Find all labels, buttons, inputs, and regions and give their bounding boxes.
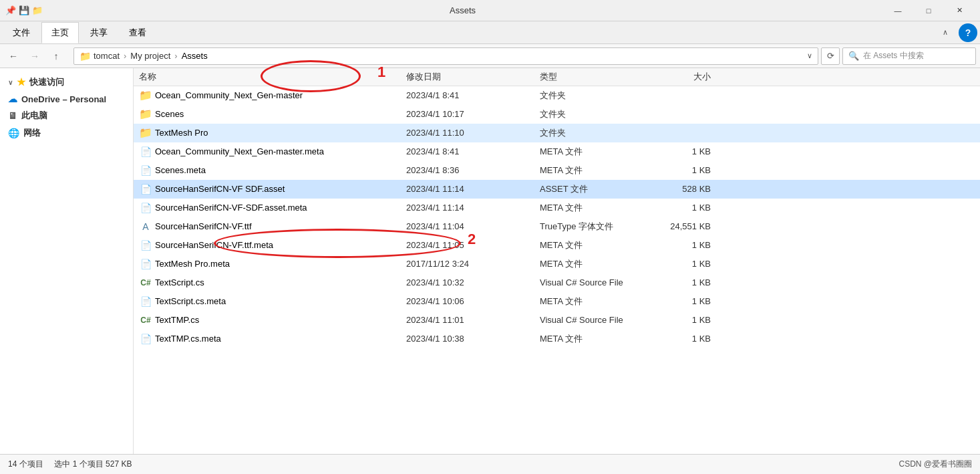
file-name-cell: 📁 Ocean_Community_Next_Gen-master xyxy=(134,89,401,102)
file-date-cell: 2023/4/1 8:41 xyxy=(401,146,534,156)
sidebar: ∨ ★ 快速访问 ☁ OneDrive – Personal 🖥 此电脑 🌐 网… xyxy=(0,68,134,454)
address-dropdown-arrow[interactable]: ∨ xyxy=(807,51,812,60)
tab-view[interactable]: 查看 xyxy=(119,22,156,43)
table-row[interactable]: 📁 TextMesh Pro 2023/4/1 11:10 文件夹 xyxy=(134,124,980,142)
window-container: 📌 💾 📁 Assets — □ ✕ 文件 主页 共享 查看 ∧ ? ← → ↑… xyxy=(0,0,980,474)
file-type-cell: META 文件 xyxy=(534,202,655,214)
table-row[interactable]: 📄 SourceHanSerifCN-VF.ttf.meta 2023/4/1 … xyxy=(134,236,980,255)
table-row[interactable]: 📁 Ocean_Community_Next_Gen-master 2023/4… xyxy=(134,86,980,105)
ribbon-collapse-button[interactable]: ∧ xyxy=(936,23,955,42)
file-name: SourceHanSerifCN-VF-SDF.asset.meta xyxy=(155,203,307,213)
back-button[interactable]: ← xyxy=(4,47,23,66)
file-name: TextScript.cs.meta xyxy=(155,296,226,306)
file-date-cell: 2023/4/1 11:14 xyxy=(401,184,534,194)
minimize-button[interactable]: — xyxy=(882,0,913,21)
maximize-button[interactable]: □ xyxy=(913,0,944,21)
address-part-assets[interactable]: Assets xyxy=(182,51,208,61)
file-date-cell: 2023/4/1 8:36 xyxy=(401,165,534,175)
address-part-tomcat[interactable]: tomcat xyxy=(94,51,120,61)
file-icon: 📄 xyxy=(139,164,152,177)
selected-info: 选中 1 个项目 527 KB xyxy=(54,459,132,469)
table-row[interactable]: 📄 SourceHanSerifCN-VF-SDF.asset.meta 202… xyxy=(134,199,980,217)
col-header-size[interactable]: 大小 xyxy=(655,71,721,83)
col-header-type[interactable]: 类型 xyxy=(534,71,655,83)
this-pc-label: 此电脑 xyxy=(21,110,47,122)
sidebar-item-network[interactable]: 🌐 网络 xyxy=(0,124,133,142)
file-size-cell: 1 KB xyxy=(655,296,721,306)
address-field[interactable]: 📁 tomcat › My project › Assets ∨ xyxy=(73,47,818,65)
file-name: SourceHanSerifCN-VF SDF.asset xyxy=(155,184,285,194)
search-icon: 🔍 xyxy=(848,51,859,61)
onedrive-label: OneDrive – Personal xyxy=(21,94,106,104)
font-icon: A xyxy=(139,220,152,233)
tab-file[interactable]: 文件 xyxy=(3,22,40,43)
file-type-cell: META 文件 xyxy=(534,333,655,345)
folder-icon: 📁 xyxy=(139,89,152,102)
folder-icon: 📁 xyxy=(139,108,152,121)
file-type-cell: META 文件 xyxy=(534,164,655,176)
table-row[interactable]: 📄 Scenes.meta 2023/4/1 8:36 META 文件 1 KB xyxy=(134,161,980,180)
file-area: 名称 修改日期 类型 大小 📁 Ocean_Community_Next_Gen… xyxy=(134,68,980,454)
tab-home[interactable]: 主页 xyxy=(41,22,79,43)
file-date-cell: 2023/4/1 10:38 xyxy=(401,334,534,344)
table-row[interactable]: 📄 TextTMP.cs.meta 2023/4/1 10:38 META 文件… xyxy=(134,330,980,348)
file-name-cell: 📄 TextTMP.cs.meta xyxy=(134,332,401,346)
file-icon: 📄 xyxy=(139,145,152,158)
file-name-cell: C# TextScript.cs xyxy=(134,276,401,289)
file-type-cell: META 文件 xyxy=(534,239,655,251)
network-icon: 🌐 xyxy=(8,128,19,138)
table-row[interactable]: A SourceHanSerifCN-VF.ttf 2023/4/1 11:04… xyxy=(134,217,980,236)
refresh-button[interactable]: ⟳ xyxy=(821,47,840,65)
window-title: Assets xyxy=(43,5,882,15)
cloud-icon: ☁ xyxy=(8,94,17,104)
col-header-date[interactable]: 修改日期 xyxy=(401,71,534,83)
file-name-cell: 📄 Scenes.meta xyxy=(134,164,401,177)
chevron-quick-access: ∨ xyxy=(8,79,13,86)
pc-icon: 🖥 xyxy=(8,110,17,121)
sidebar-item-this-pc[interactable]: 🖥 此电脑 xyxy=(0,107,133,124)
table-row[interactable]: C# TextTMP.cs 2023/4/1 11:01 Visual C# S… xyxy=(134,311,980,330)
table-row[interactable]: 📁 Scenes 2023/4/1 10:17 文件夹 xyxy=(134,105,980,124)
pin-icon: 📌 xyxy=(5,5,16,16)
search-field[interactable]: 🔍 在 Assets 中搜索 xyxy=(842,47,976,65)
sidebar-item-onedrive[interactable]: ☁ OneDrive – Personal xyxy=(0,91,133,107)
file-type-cell: TrueType 字体文件 xyxy=(534,221,655,233)
main-layout: ∨ ★ 快速访问 ☁ OneDrive – Personal 🖥 此电脑 🌐 网… xyxy=(0,68,980,454)
address-part-myproject[interactable]: My project xyxy=(130,51,170,61)
table-row[interactable]: 📄 SourceHanSerifCN-VF SDF.asset 2023/4/1… xyxy=(134,180,980,199)
sidebar-item-quick-access[interactable]: ∨ ★ 快速访问 xyxy=(0,74,133,91)
titlebar: 📌 💾 📁 Assets — □ ✕ xyxy=(0,0,980,21)
table-row[interactable]: C# TextScript.cs 2023/4/1 10:32 Visual C… xyxy=(134,273,980,292)
file-name-cell: A SourceHanSerifCN-VF.ttf xyxy=(134,220,401,233)
col-header-name[interactable]: 名称 xyxy=(134,71,401,83)
file-date-cell: 2023/4/1 11:01 xyxy=(401,315,534,325)
file-name: TextTMP.cs xyxy=(155,315,199,325)
status-count: 14 个项目 选中 1 个项目 527 KB xyxy=(8,459,132,470)
up-button[interactable]: ↑ xyxy=(47,47,65,66)
file-icon: 📄 xyxy=(139,295,152,308)
file-name: TextMesh Pro xyxy=(155,128,208,138)
file-size-cell: 1 KB xyxy=(655,334,721,344)
file-name: TextTMP.cs.meta xyxy=(155,334,221,344)
file-name-cell: C# TextTMP.cs xyxy=(134,314,401,327)
file-size-cell: 1 KB xyxy=(655,165,721,175)
file-name-cell: 📄 TextMesh Pro.meta xyxy=(134,257,401,271)
file-date-cell: 2023/4/1 8:41 xyxy=(401,90,534,100)
file-size-cell: 1 KB xyxy=(655,146,721,156)
close-button[interactable]: ✕ xyxy=(944,0,975,21)
file-icon: 📄 xyxy=(139,239,152,252)
file-type-cell: Visual C# Source File xyxy=(534,277,655,287)
cs-icon: C# xyxy=(139,314,152,327)
cs-icon: C# xyxy=(139,276,152,289)
column-headers: 名称 修改日期 类型 大小 xyxy=(134,68,980,86)
network-label: 网络 xyxy=(23,127,41,139)
table-row[interactable]: 📄 TextScript.cs.meta 2023/4/1 10:06 META… xyxy=(134,292,980,311)
file-name: TextScript.cs xyxy=(155,277,204,287)
forward-button[interactable]: → xyxy=(25,47,44,66)
addressbar: ← → ↑ 📁 tomcat › My project › Assets ∨ ⟳… xyxy=(0,44,980,68)
titlebar-icons: 📌 💾 📁 xyxy=(5,5,43,16)
table-row[interactable]: 📄 TextMesh Pro.meta 2017/11/12 3:24 META… xyxy=(134,255,980,273)
table-row[interactable]: 📄 Ocean_Community_Next_Gen-master.meta 2… xyxy=(134,142,980,161)
tab-share[interactable]: 共享 xyxy=(80,22,118,43)
help-button[interactable]: ? xyxy=(959,23,977,42)
